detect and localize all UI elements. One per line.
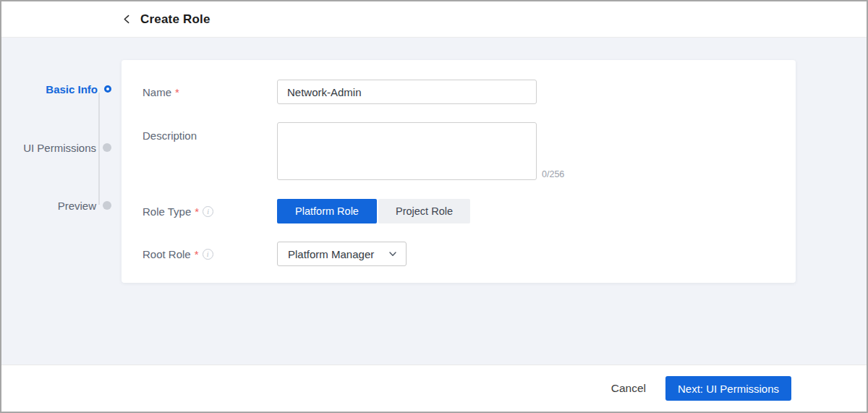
required-asterisk: * xyxy=(175,86,179,98)
back-button[interactable] xyxy=(119,12,135,27)
root-role-label: Root Role * i xyxy=(142,242,213,266)
page-header: Create Role xyxy=(1,1,867,38)
char-counter: 0/256 xyxy=(542,169,564,179)
cancel-button[interactable]: Cancel xyxy=(611,382,646,395)
chevron-left-icon xyxy=(122,14,132,24)
project-role-button[interactable]: Project Role xyxy=(378,199,470,223)
action-footer: Cancel Next: UI Permissions xyxy=(1,365,867,412)
step-preview[interactable]: Preview xyxy=(1,197,111,213)
info-icon[interactable]: i xyxy=(203,206,213,217)
required-asterisk: * xyxy=(195,205,199,218)
step-ui-permissions[interactable]: UI Permissions xyxy=(1,140,111,156)
required-asterisk: * xyxy=(195,248,199,260)
name-label: Name * xyxy=(142,80,179,104)
page-title: Create Role xyxy=(140,12,210,27)
step-label: UI Permissions xyxy=(23,142,96,154)
root-role-selected-value: Platform Manager xyxy=(288,248,384,260)
basic-info-form-card: Name * Description 0/256 Role Type * i P… xyxy=(122,60,796,283)
root-role-select[interactable]: Platform Manager xyxy=(277,242,407,266)
info-icon[interactable]: i xyxy=(203,249,213,260)
platform-role-button[interactable]: Platform Role xyxy=(277,199,377,223)
step-basic-info[interactable]: Basic Info xyxy=(1,81,111,97)
next-ui-permissions-button[interactable]: Next: UI Permissions xyxy=(665,376,791,401)
description-label: Description xyxy=(142,128,197,142)
description-textarea[interactable] xyxy=(277,122,537,180)
step-indicator xyxy=(103,143,111,152)
step-label: Preview xyxy=(58,200,96,212)
role-type-label: Role Type * i xyxy=(142,199,213,223)
step-indicator xyxy=(103,201,111,210)
wizard-stepper: Basic Info UI Permissions Preview xyxy=(1,38,117,365)
main-area: Basic Info UI Permissions Preview Name * xyxy=(1,38,867,365)
step-label: Basic Info xyxy=(46,83,98,95)
role-type-segmented-control: Platform Role Project Role xyxy=(277,199,470,223)
create-role-page: Create Role Basic Info UI Permissions Pr… xyxy=(0,0,868,413)
chevron-down-icon xyxy=(388,250,397,258)
step-indicator-active xyxy=(104,85,111,93)
name-input[interactable] xyxy=(277,80,537,104)
